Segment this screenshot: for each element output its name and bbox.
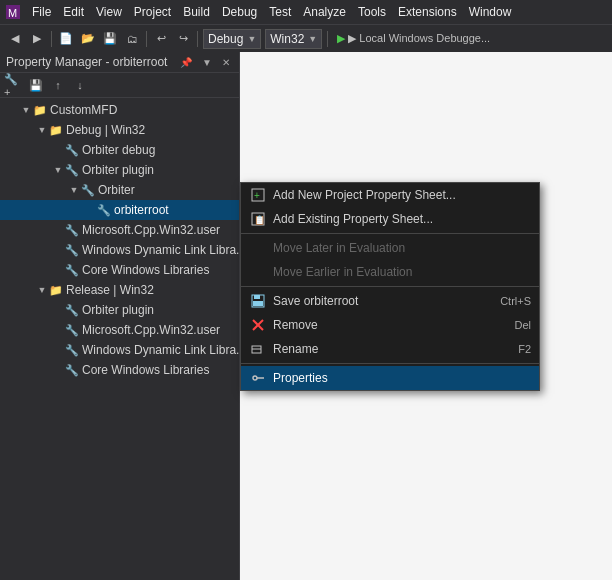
ctx-properties-label: Properties (273, 371, 531, 385)
tree-label-ms-cpp-r: Microsoft.Cpp.Win32.user (82, 323, 239, 337)
tree-item-orbiter-debug[interactable]: 🔧 Orbiter debug (0, 140, 239, 160)
tree-item-release-win32[interactable]: ▼ 📁 Release | Win32 (0, 280, 239, 300)
wrench-icon: 🔧 (64, 302, 80, 318)
folder-icon-release: 📁 (48, 282, 64, 298)
menu-view[interactable]: View (90, 3, 128, 21)
back-btn[interactable]: ◀ (4, 28, 26, 50)
menu-bar: M File Edit View Project Build Debug Tes… (0, 0, 612, 24)
toolbar-sep-4 (327, 31, 328, 47)
move-earlier-icon (249, 263, 267, 281)
tree-item-core-win-debug[interactable]: 🔧 Core Windows Libraries (0, 260, 239, 280)
menu-edit[interactable]: Edit (57, 3, 90, 21)
wrench-icon: 🔧 (64, 322, 80, 338)
tree-item-orbiter-plugin[interactable]: ▼ 🔧 Orbiter plugin (0, 160, 239, 180)
tree-label-win-dyn-r: Windows Dynamic Link Libra... (82, 343, 239, 357)
debug-mode-dropdown[interactable]: Debug ▼ (203, 29, 261, 49)
pm-up-btn[interactable]: ↑ (48, 75, 68, 95)
tree-item-customMFD[interactable]: ▼ 📁 CustomMFD (0, 100, 239, 120)
menu-project[interactable]: Project (128, 3, 177, 21)
ctx-separator-1 (241, 233, 539, 234)
main-area: Property Manager - orbiterroot 📌 ▼ ✕ 🔧+ … (0, 52, 612, 580)
tree-label-core-win-r: Core Windows Libraries (82, 363, 239, 377)
ctx-add-new-label: Add New Project Property Sheet... (273, 188, 531, 202)
ctx-rename[interactable]: Rename F2 (241, 337, 539, 361)
menu-test[interactable]: Test (263, 3, 297, 21)
wrench-icon: 🔧 (64, 262, 80, 278)
svg-rect-7 (254, 295, 260, 299)
tree-item-win-dyn-r[interactable]: 🔧 Windows Dynamic Link Libra... (0, 340, 239, 360)
tree-item-orbiter[interactable]: ▼ 🔧 Orbiter (0, 180, 239, 200)
menu-tools[interactable]: Tools (352, 3, 392, 21)
menu-file[interactable]: File (26, 3, 57, 21)
ctx-remove[interactable]: Remove Del (241, 313, 539, 337)
expand-customMFD[interactable]: ▼ (20, 104, 32, 116)
save-icon (249, 292, 267, 310)
debug-dropdown-arrow: ▼ (247, 34, 256, 44)
redo-btn[interactable]: ↪ (172, 28, 194, 50)
tree-label-orbiter-plugin: Orbiter plugin (82, 163, 239, 177)
svg-text:M: M (8, 7, 17, 19)
panel-title: Property Manager - orbiterroot (6, 55, 167, 69)
menu-debug[interactable]: Debug (216, 3, 263, 21)
menu-analyze[interactable]: Analyze (297, 3, 352, 21)
collapse-btn[interactable]: ▼ (199, 56, 215, 69)
ctx-properties[interactable]: Properties (241, 366, 539, 390)
forward-btn[interactable]: ▶ (26, 28, 48, 50)
property-tree: ▼ 📁 CustomMFD ▼ 📁 Debug | Win32 🔧 Orbite… (0, 98, 239, 580)
run-debugger-btn[interactable]: ▶ ▶ Local Windows Debugge... (331, 30, 496, 47)
ctx-move-later: Move Later in Evaluation (241, 236, 539, 260)
tree-item-debug-win32[interactable]: ▼ 📁 Debug | Win32 (0, 120, 239, 140)
ctx-move-earlier-label: Move Earlier in Evaluation (273, 265, 531, 279)
tree-label-orbiter-debug: Orbiter debug (82, 143, 239, 157)
menu-extensions[interactable]: Extensions (392, 3, 463, 21)
platform-dropdown[interactable]: Win32 ▼ (265, 29, 322, 49)
tree-label-debug-win32: Debug | Win32 (66, 123, 239, 137)
remove-icon (249, 316, 267, 334)
main-toolbar: ◀ ▶ 📄 📂 💾 🗂 ↩ ↪ Debug ▼ Win32 ▼ ▶ ▶ Loca… (0, 24, 612, 52)
tree-item-ms-cpp-r[interactable]: 🔧 Microsoft.Cpp.Win32.user (0, 320, 239, 340)
vs-logo: M (4, 3, 22, 21)
ctx-add-new[interactable]: + Add New Project Property Sheet... (241, 183, 539, 207)
open-btn[interactable]: 📂 (77, 28, 99, 50)
ctx-rename-shortcut: F2 (518, 343, 531, 355)
wrench-icon: 🔧 (64, 142, 80, 158)
expand-orbiter[interactable]: ▼ (68, 184, 80, 196)
svg-point-13 (253, 376, 257, 380)
pin-btn[interactable]: 📌 (177, 56, 195, 69)
add-property-sheet-btn[interactable]: 🔧+ (4, 75, 24, 95)
rename-icon (249, 340, 267, 358)
move-later-icon (249, 239, 267, 257)
run-icon: ▶ (337, 32, 345, 45)
folder-icon: 📁 (32, 102, 48, 118)
menu-window[interactable]: Window (463, 3, 518, 21)
close-btn[interactable]: ✕ (219, 56, 233, 69)
pm-save-btn[interactable]: 💾 (26, 75, 46, 95)
expand-debug-win32[interactable]: ▼ (36, 124, 48, 136)
ctx-save[interactable]: Save orbiterroot Ctrl+S (241, 289, 539, 313)
wrench-icon: 🔧 (64, 222, 80, 238)
expand-release-win32[interactable]: ▼ (36, 284, 48, 296)
tree-item-core-win-r[interactable]: 🔧 Core Windows Libraries (0, 360, 239, 380)
ctx-remove-label: Remove (273, 318, 494, 332)
tree-item-win-dyn[interactable]: 🔧 Windows Dynamic Link Libra... (0, 240, 239, 260)
save-all-btn[interactable]: 🗂 (121, 28, 143, 50)
menu-build[interactable]: Build (177, 3, 216, 21)
expand-orbiter-plugin[interactable]: ▼ (52, 164, 64, 176)
panel-title-bar: Property Manager - orbiterroot 📌 ▼ ✕ (0, 52, 239, 73)
ctx-remove-shortcut: Del (514, 319, 531, 331)
save-btn[interactable]: 💾 (99, 28, 121, 50)
platform-dropdown-arrow: ▼ (308, 34, 317, 44)
pm-toolbar: 🔧+ 💾 ↑ ↓ (0, 73, 239, 98)
ctx-save-label: Save orbiterroot (273, 294, 480, 308)
tree-label-release-win32: Release | Win32 (66, 283, 239, 297)
tree-item-ms-cpp[interactable]: 🔧 Microsoft.Cpp.Win32.user (0, 220, 239, 240)
tree-item-orbiterroot[interactable]: 🔧 orbiterroot (0, 200, 239, 220)
undo-btn[interactable]: ↩ (150, 28, 172, 50)
new-file-btn[interactable]: 📄 (55, 28, 77, 50)
toolbar-sep-2 (146, 31, 147, 47)
tree-item-orbiter-plugin-r[interactable]: 🔧 Orbiter plugin (0, 300, 239, 320)
folder-icon-debug: 📁 (48, 122, 64, 138)
ctx-move-later-label: Move Later in Evaluation (273, 241, 531, 255)
pm-down-btn[interactable]: ↓ (70, 75, 90, 95)
ctx-add-existing[interactable]: 📋 Add Existing Property Sheet... (241, 207, 539, 231)
